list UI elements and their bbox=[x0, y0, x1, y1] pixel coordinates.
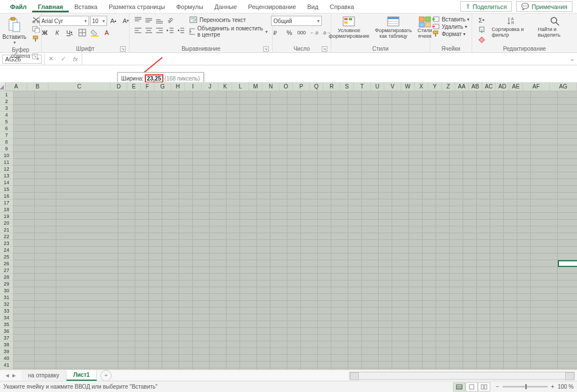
clear-button[interactable] bbox=[476, 35, 488, 44]
font-size-combo[interactable]: 10▾ bbox=[90, 16, 107, 26]
sheet-tab-2[interactable]: Лист1 bbox=[66, 370, 97, 381]
row-header-7[interactable]: 7 bbox=[0, 132, 14, 139]
tab-page-layout[interactable]: Разметка страницы bbox=[103, 1, 171, 12]
row-header-17[interactable]: 17 bbox=[0, 199, 14, 206]
row-header-29[interactable]: 29 bbox=[0, 280, 14, 287]
percent-button[interactable]: % bbox=[283, 28, 295, 38]
increase-indent-button[interactable] bbox=[176, 26, 186, 35]
column-header-A[interactable]: A bbox=[6, 82, 27, 91]
sort-filter-button[interactable]: АЯСортировка и фильтр bbox=[490, 16, 534, 38]
row-header-14[interactable]: 14 bbox=[0, 179, 14, 186]
row-header-38[interactable]: 38 bbox=[0, 341, 14, 348]
column-header-AF[interactable]: AF bbox=[523, 82, 550, 91]
column-header-Z[interactable]: Z bbox=[442, 82, 455, 91]
number-format-combo[interactable]: Общий▾ bbox=[271, 16, 322, 26]
row-header-22[interactable]: 22 bbox=[0, 233, 14, 240]
row-header-21[interactable]: 21 bbox=[0, 226, 14, 233]
formula-bar-expand[interactable]: ⌄ bbox=[567, 55, 577, 63]
sheet-nav-prev[interactable]: ◄ bbox=[5, 372, 10, 378]
row-header-35[interactable]: 35 bbox=[0, 321, 14, 328]
column-header-S[interactable]: S bbox=[340, 82, 354, 91]
merge-center-button[interactable]: Объединить и поместить в центре▾ bbox=[188, 25, 269, 38]
align-dialog-launcher[interactable]: ↘ bbox=[263, 46, 269, 52]
tab-view[interactable]: Вид bbox=[301, 1, 324, 12]
row-header-32[interactable]: 32 bbox=[0, 301, 14, 308]
format-as-table-button[interactable]: Форматировать как таблицу bbox=[374, 16, 414, 39]
column-header-X[interactable]: X bbox=[415, 82, 428, 91]
wrap-text-button[interactable]: Переносить текст bbox=[188, 16, 269, 24]
font-name-combo[interactable]: Arial Cyr▾ bbox=[39, 16, 89, 26]
row-header-40[interactable]: 40 bbox=[0, 355, 14, 362]
align-center-button[interactable] bbox=[144, 26, 154, 35]
column-header-AE[interactable]: AE bbox=[509, 82, 523, 91]
tab-data[interactable]: Данные bbox=[209, 1, 243, 12]
row-header-30[interactable]: 30 bbox=[0, 287, 14, 294]
row-header-11[interactable]: 11 bbox=[0, 159, 14, 166]
tab-review[interactable]: Рецензирование bbox=[242, 1, 301, 12]
cells-grid[interactable] bbox=[14, 91, 577, 369]
formula-input[interactable] bbox=[82, 54, 567, 65]
column-header-H[interactable]: H bbox=[171, 82, 185, 91]
cells-insert-button[interactable]: Вставить▾ bbox=[431, 16, 471, 23]
sheet-nav-next[interactable]: ► bbox=[11, 372, 17, 378]
clipboard-dialog-launcher[interactable]: ↘ bbox=[32, 54, 38, 59]
increase-decimal-button[interactable]: ←.0 bbox=[308, 28, 319, 38]
currency-button[interactable]: ₽ bbox=[271, 28, 282, 38]
align-top-button[interactable] bbox=[133, 16, 143, 25]
tab-file[interactable]: Файл bbox=[5, 1, 32, 12]
column-header-M[interactable]: M bbox=[249, 82, 263, 91]
column-header-C[interactable]: C bbox=[48, 82, 110, 91]
cells-format-button[interactable]: Формат▾ bbox=[431, 30, 471, 37]
column-header-L[interactable]: L bbox=[232, 82, 249, 91]
conditional-formatting-button[interactable]: Условное форматирование bbox=[327, 16, 371, 39]
column-header-W[interactable]: W bbox=[401, 82, 415, 91]
share-button[interactable]: ⇪ Поделиться bbox=[460, 1, 512, 12]
add-sheet-button[interactable]: + bbox=[100, 370, 112, 381]
column-header-AB[interactable]: AB bbox=[469, 82, 482, 91]
row-header-39[interactable]: 39 bbox=[0, 348, 14, 355]
row-header-10[interactable]: 10 bbox=[0, 152, 14, 159]
row-header-5[interactable]: 5 bbox=[0, 118, 14, 125]
row-header-13[interactable]: 13 bbox=[0, 172, 14, 179]
column-header-V[interactable]: V bbox=[384, 82, 401, 91]
column-header-D[interactable]: D bbox=[110, 82, 127, 91]
view-page-layout-button[interactable] bbox=[465, 382, 478, 391]
paste-button[interactable]: Вставить ▾ bbox=[0, 16, 28, 46]
align-left-button[interactable] bbox=[133, 26, 143, 35]
tab-formulas[interactable]: Формулы bbox=[171, 1, 209, 12]
column-header-J[interactable]: J bbox=[202, 82, 219, 91]
row-header-15[interactable]: 15 bbox=[0, 186, 14, 193]
view-page-break-button[interactable] bbox=[478, 382, 490, 391]
row-header-26[interactable]: 26 bbox=[0, 260, 14, 267]
align-bottom-button[interactable] bbox=[154, 16, 165, 25]
row-header-31[interactable]: 31 bbox=[0, 294, 14, 301]
column-header-P[interactable]: P bbox=[293, 82, 310, 91]
font-dialog-launcher[interactable]: ↘ bbox=[120, 46, 126, 52]
tab-insert[interactable]: Вставка bbox=[69, 1, 103, 12]
autosum-button[interactable]: Σ▾ bbox=[476, 16, 488, 25]
column-header-AG[interactable]: AG bbox=[550, 82, 577, 91]
row-header-25[interactable]: 25 bbox=[0, 253, 14, 260]
orientation-button[interactable]: ab bbox=[165, 16, 175, 25]
row-header-18[interactable]: 18 bbox=[0, 206, 14, 213]
comments-button[interactable]: 💬 Примечания bbox=[516, 1, 572, 12]
column-header-T[interactable]: T bbox=[354, 82, 371, 91]
view-normal-button[interactable] bbox=[453, 382, 465, 391]
row-header-41[interactable]: 41 bbox=[0, 362, 14, 368]
row-header-16[interactable]: 16 bbox=[0, 193, 14, 199]
increase-font-button[interactable]: A▴ bbox=[108, 16, 119, 26]
row-header-23[interactable]: 23 bbox=[0, 240, 14, 247]
column-header-O[interactable]: O bbox=[279, 82, 293, 91]
column-header-Q[interactable]: Q bbox=[310, 82, 323, 91]
sheet-tab-1[interactable]: на отправку bbox=[21, 371, 66, 380]
row-header-9[interactable]: 9 bbox=[0, 145, 14, 152]
fill-color-button[interactable] bbox=[89, 28, 100, 38]
italic-button[interactable]: К bbox=[52, 28, 63, 38]
column-header-U[interactable]: U bbox=[371, 82, 384, 91]
column-header-G[interactable]: G bbox=[154, 82, 171, 91]
formula-cancel-button[interactable]: ✕ bbox=[45, 54, 57, 65]
active-cell[interactable] bbox=[558, 260, 577, 267]
row-header-6[interactable]: 6 bbox=[0, 125, 14, 132]
select-all-button[interactable] bbox=[0, 82, 6, 91]
row-header-1[interactable]: 1 bbox=[0, 91, 14, 98]
